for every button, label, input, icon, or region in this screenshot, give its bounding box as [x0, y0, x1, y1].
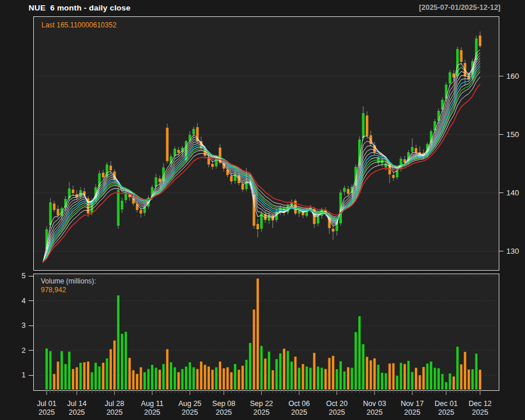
candle-body	[226, 170, 229, 175]
volume-bar	[94, 363, 97, 390]
x-axis-year-label: 2025	[329, 408, 345, 416]
price-axis-label: 160	[506, 72, 519, 80]
volume-bar	[166, 349, 169, 390]
volume-axis-label: 1	[22, 371, 26, 379]
volume-bar	[396, 376, 398, 390]
volume-bar	[456, 346, 459, 390]
volume-bar	[279, 354, 281, 390]
volume-bar	[464, 352, 466, 390]
candle-body	[230, 176, 232, 181]
volume-bar	[110, 349, 112, 390]
volume-bar	[335, 369, 338, 390]
candle-body	[366, 116, 368, 136]
volume-bar	[136, 374, 138, 390]
volume-bar	[64, 364, 66, 390]
volume-bar	[87, 362, 89, 390]
volume-bar	[128, 358, 131, 390]
x-axis-date-label: Nov 03	[363, 400, 386, 408]
volume-bar	[90, 372, 93, 390]
volume-bar	[381, 373, 383, 390]
candle-body	[110, 166, 112, 170]
x-axis-year-label: 2025	[404, 408, 421, 416]
volume-bar	[298, 368, 300, 390]
candle-body	[117, 190, 120, 226]
volume-bar	[479, 370, 481, 390]
volume-bar	[57, 362, 59, 390]
volume-axis-label: 4	[22, 297, 26, 305]
volume-bar	[449, 373, 451, 390]
candle-body	[192, 129, 195, 134]
stock-chart-window: NUE 6 month - daily close [2025-07-01/20…	[0, 0, 525, 420]
volume-bar	[181, 369, 183, 390]
candle-body	[121, 201, 123, 209]
candle-body	[72, 190, 74, 193]
x-axis-date-label: Jul 28	[105, 400, 124, 408]
candle-body	[317, 216, 319, 223]
candle-body	[188, 135, 191, 141]
volume-bar	[445, 382, 447, 390]
x-axis-date-label: Nov 17	[401, 400, 424, 408]
x-axis-year-label: 2025	[472, 408, 488, 416]
volume-bar	[366, 357, 368, 390]
x-axis-year-label: 2025	[69, 408, 85, 416]
volume-value-label: 978,942	[41, 286, 66, 294]
candle-body	[245, 181, 247, 189]
volume-bar	[358, 316, 360, 390]
volume-bar	[467, 369, 470, 390]
last-price-label: Last 165.110000610352	[41, 21, 117, 29]
volume-bar	[147, 369, 149, 390]
volume-bar	[313, 353, 316, 390]
volume-bar	[117, 295, 120, 390]
volume-bar	[249, 343, 251, 390]
x-axis-date-label: Sep 22	[250, 400, 273, 408]
volume-bar	[208, 366, 210, 390]
x-axis-year-label: 2025	[253, 408, 270, 416]
volume-bar	[441, 374, 443, 390]
volume-bar	[328, 358, 330, 390]
x-axis-date-label: Oct 06	[288, 400, 310, 408]
volume-bar	[343, 372, 345, 390]
x-axis-year-label: 2025	[366, 408, 383, 416]
volume-axis-label: 5	[22, 272, 26, 280]
x-axis-date-label: Dec 01	[435, 400, 458, 408]
volume-axis-label: 2	[22, 346, 26, 355]
x-axis-year-label: 2025	[38, 408, 55, 416]
candle-body	[400, 159, 402, 169]
volume-bar	[170, 362, 172, 390]
volume-bar	[271, 370, 274, 390]
volume-bar	[68, 352, 71, 390]
x-axis-date-label: Jul 14	[67, 400, 86, 408]
volume-bar	[226, 367, 229, 390]
candle-body	[347, 189, 349, 194]
volume-bar	[185, 366, 187, 390]
candle-body	[139, 210, 142, 214]
x-axis-year-label: 2025	[216, 408, 232, 416]
volume-bar	[320, 368, 323, 390]
volume-bar	[471, 369, 474, 390]
volume-bar	[377, 365, 379, 390]
volume-bar	[211, 370, 214, 390]
candle-body	[242, 184, 244, 190]
volume-bar	[72, 369, 74, 390]
candle-body	[166, 128, 169, 161]
volume-bar	[460, 364, 462, 390]
volume-bar	[340, 361, 342, 390]
x-axis-date-label: Dec 12	[468, 400, 492, 408]
candle-body	[211, 164, 214, 167]
volume-bar	[453, 376, 455, 390]
volume-bar	[151, 365, 153, 390]
volume-bar	[351, 368, 353, 390]
volume-bar	[83, 362, 85, 390]
candle-body	[438, 111, 440, 121]
volume-bar	[121, 334, 123, 390]
volume-bar	[79, 363, 82, 390]
volume-bar	[392, 363, 394, 390]
candle-body	[298, 211, 300, 214]
volume-bar	[49, 351, 51, 390]
price-axis-label: 150	[506, 130, 519, 139]
volume-bar	[283, 349, 285, 390]
volume-bar	[257, 278, 259, 390]
x-axis-year-label: 2025	[182, 408, 198, 416]
volume-bar	[219, 362, 221, 390]
x-axis-year-label: 2025	[144, 408, 160, 416]
